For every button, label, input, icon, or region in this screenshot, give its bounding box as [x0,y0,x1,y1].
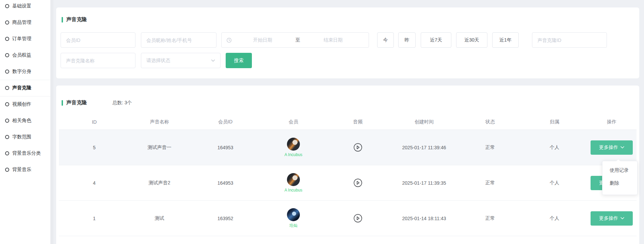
play-circle-icon[interactable] [353,214,363,223]
status-select[interactable]: 请选择状态 [141,53,221,68]
voice-clone-admin-page: 基础设置 商品管理 订单管理 会员权益 数字分身 声音克隆 视频创作 相关角色 … [0,0,644,244]
sidebar-item-product-management[interactable]: 商品管理 [5,18,31,27]
avatar [287,208,300,221]
circle-icon [5,86,9,90]
circle-icon [5,4,9,8]
chevron-down-icon [621,217,624,219]
avatar [287,173,300,186]
date-range-picker[interactable]: 开始日期 至 结束日期 [221,32,369,48]
cell-created: 2025-01-14 18:11:43 [390,216,458,221]
table-row: 5 测试声音一 164953 A Incubus 2025-01-17 11:3… [59,130,637,165]
circle-icon [5,119,9,123]
date-separator: 至 [293,37,302,43]
sidebar-item-label: 订单管理 [12,36,31,42]
table-card-title: 声音克隆 [66,100,87,106]
cell-member-id: 164953 [189,145,261,150]
sidebar-item-video-creation[interactable]: 视频创作 [5,100,31,108]
sidebar-item-order-management[interactable]: 订单管理 [5,35,31,43]
sidebar-item-basic-settings[interactable]: 基础设置 [5,2,31,10]
column-header-status: 状态 [458,119,522,125]
cell-member: 培灿 [261,208,325,229]
member-name-input[interactable] [141,32,216,48]
dropdown-item-usage-records[interactable]: 使用记录 [602,164,637,177]
cell-member: A Incubus [261,173,325,193]
circle-icon [5,102,9,106]
sidebar-item-label: 字数范围 [12,134,31,140]
column-header-member-id: 会员ID [189,119,261,125]
cell-status: 正常 [458,144,522,151]
column-header-member: 会员 [261,119,325,125]
member-name-link[interactable]: A Incubus [285,152,303,157]
sidebar-item-bgm[interactable]: 背景音乐 [5,166,31,174]
quick-range-30days-button[interactable]: 近30天 [456,32,487,48]
sidebar-item-member-benefits[interactable]: 会员权益 [5,51,31,59]
filter-card-title: 声音克隆 [66,16,87,23]
sidebar-item-label: 视频创作 [12,101,31,107]
date-end-placeholder: 结束日期 [302,37,364,43]
sidebar-item-word-count-range[interactable]: 字数范围 [5,133,31,141]
table-card-header: 声音克隆 总数: 3个 [62,100,132,106]
quick-range-7days-button[interactable]: 近7天 [421,32,451,48]
quick-range-today-button[interactable]: 今 [377,32,394,48]
sidebar-item-label: 相关角色 [12,118,31,124]
sidebar-item-digital-avatar[interactable]: 数字分身 [5,67,31,76]
search-button[interactable]: 搜索 [226,53,252,68]
cell-created: 2025-01-17 11:39:46 [390,145,458,150]
filter-card-header: 声音克隆 [62,16,87,23]
sidebar: 基础设置 商品管理 订单管理 会员权益 数字分身 声音克隆 视频创作 相关角色 … [0,0,50,244]
circle-icon [5,53,9,57]
table-row: 4 测试声音2 164953 A Incubus 2025-01-17 11:3… [59,165,637,201]
cell-id: 4 [59,180,130,186]
status-select-placeholder: 请选择状态 [146,58,170,64]
sidebar-item-bgm-category[interactable]: 背景音乐分类 [5,149,41,157]
sidebar-divider [0,80,50,80]
member-id-input[interactable] [61,32,135,48]
more-actions-label: 更多操作 [599,215,618,222]
more-actions-label: 更多操作 [599,144,618,151]
column-header-created: 创建时间 [390,119,458,125]
sidebar-item-voice-clone[interactable]: 声音克隆 [5,84,31,92]
quick-range-1year-button[interactable]: 近1年 [492,32,519,48]
cell-member-id: 163952 [189,216,261,221]
cell-audio [325,143,390,152]
more-actions-button[interactable]: 更多操作 [591,211,633,226]
sidebar-item-label: 会员权益 [12,52,31,58]
member-name-link[interactable]: 培灿 [289,223,297,229]
cell-voice-name: 测试声音一 [130,144,189,151]
quick-range-yesterday-button[interactable]: 昨 [398,32,416,48]
cell-audio [325,178,390,187]
total-count-label: 总数: 3个 [112,100,132,106]
cell-owner: 个人 [522,180,587,186]
cell-voice-name: 测试声音2 [130,180,189,186]
accent-bar [62,17,63,22]
column-header-actions: 操作 [587,119,637,125]
circle-icon [5,20,9,25]
cell-id: 1 [59,216,130,221]
sidebar-item-related-roles[interactable]: 相关角色 [5,117,31,125]
voice-clone-id-input[interactable] [532,32,607,48]
table-row: 1 测试 163952 培灿 2025-01-14 18:11:43 正常 个人… [59,201,637,236]
clock-icon [226,37,232,43]
member-name-link[interactable]: A Incubus [285,188,303,193]
circle-icon [5,37,9,41]
sidebar-item-label: 基础设置 [12,3,31,9]
more-actions-button[interactable]: 更多操作 [591,140,633,155]
circle-icon [5,168,9,172]
circle-icon [5,70,9,74]
cell-member-id: 164953 [189,180,261,186]
column-header-owner: 归属 [522,119,587,125]
sidebar-scrollbar[interactable] [50,0,53,244]
cell-actions: 更多操作 [587,140,637,155]
play-circle-icon[interactable] [353,143,363,152]
filter-card: 声音克隆 开始日期 至 结束日期 今 昨 近7天 近30天 近1年 请选择状态 … [56,7,639,78]
sidebar-item-label: 背景音乐分类 [12,150,41,156]
voice-clone-name-input[interactable] [61,53,135,68]
cell-owner: 个人 [522,144,587,151]
accent-bar [62,100,63,106]
sidebar-item-label: 背景音乐 [12,167,31,173]
play-circle-icon[interactable] [353,178,363,187]
dropdown-item-delete[interactable]: 删除 [602,177,637,190]
circle-icon [5,135,9,139]
sidebar-divider [0,96,50,96]
avatar [287,138,300,151]
